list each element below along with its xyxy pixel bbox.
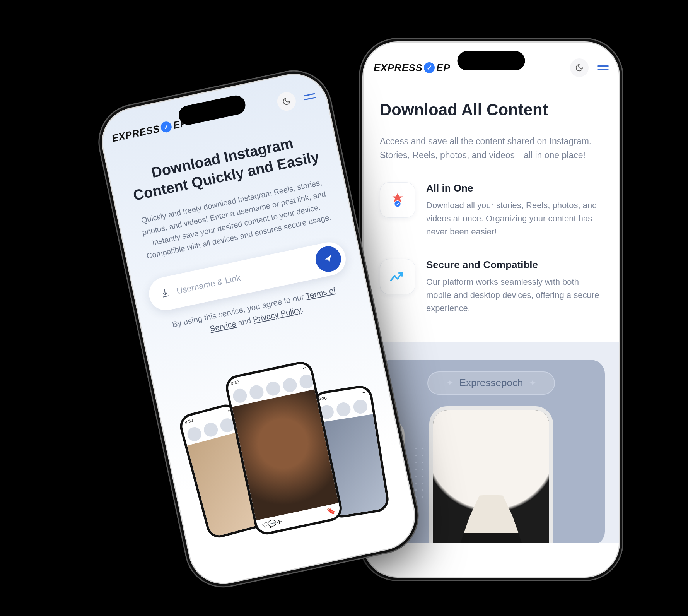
bookmark-icon: 🔖 [326, 506, 336, 516]
sparkle-icon: ✦ [529, 378, 536, 388]
instagram-mock-stack: 9:30▪▪ 9:30▪▪ 9:30▪▪ ♡ 💬 ✈ 🔖 [186, 351, 381, 537]
feature-title: All in One [426, 182, 603, 194]
dark-mode-toggle[interactable] [570, 58, 589, 77]
brand-text-1: EXPRESS [111, 123, 161, 145]
submit-button[interactable] [313, 244, 343, 274]
mini-time: 9:30 [184, 418, 193, 424]
feature-desc: Our platform works seamlessly with both … [426, 275, 603, 315]
consent-and: and [237, 315, 254, 327]
menu-button[interactable] [597, 65, 609, 70]
brand-text-2: EP [436, 62, 450, 74]
brand-text-1: EXPRESS [374, 62, 422, 74]
section-intro: Access and save all the content shared o… [380, 135, 603, 162]
showcase-pill: ✦ Expressepoch ✦ [427, 371, 555, 395]
send-icon [323, 253, 334, 264]
feature-all-in-one: All in One Download all your stories, Re… [380, 182, 603, 238]
feature-title: Secure and Compatible [426, 259, 603, 271]
menu-button[interactable] [303, 93, 316, 100]
secure-icon [380, 259, 415, 294]
phone-mute-switch [110, 211, 118, 231]
feature-secure: Secure and Compatible Our platform works… [380, 259, 603, 315]
section-heading: Download All Content [380, 101, 603, 119]
mini-time: 9:30 [230, 379, 239, 385]
sparkle-icon: ✦ [446, 378, 453, 388]
all-in-one-icon [380, 182, 415, 218]
dynamic-island [458, 51, 525, 70]
moon-icon [575, 63, 584, 72]
mini-time: 9:30 [318, 395, 327, 401]
moon-icon [282, 96, 292, 106]
brand-logo[interactable]: EXPRESS ✓ EP [374, 62, 450, 74]
verified-badge-icon: ✓ [424, 62, 435, 73]
feature-desc: Download all your stories, Reels, photos… [426, 199, 603, 238]
content-section: Download All Content Access and save all… [364, 81, 619, 315]
share-icon: ✈ [275, 517, 283, 527]
download-icon [160, 287, 171, 300]
search-input[interactable] [176, 257, 317, 296]
dark-mode-toggle[interactable] [275, 91, 297, 113]
person-photo [452, 495, 530, 543]
showcase-center-phone [429, 406, 553, 543]
verified-badge-icon: ✓ [160, 121, 173, 133]
showcase-label: Expressepoch [459, 377, 523, 389]
